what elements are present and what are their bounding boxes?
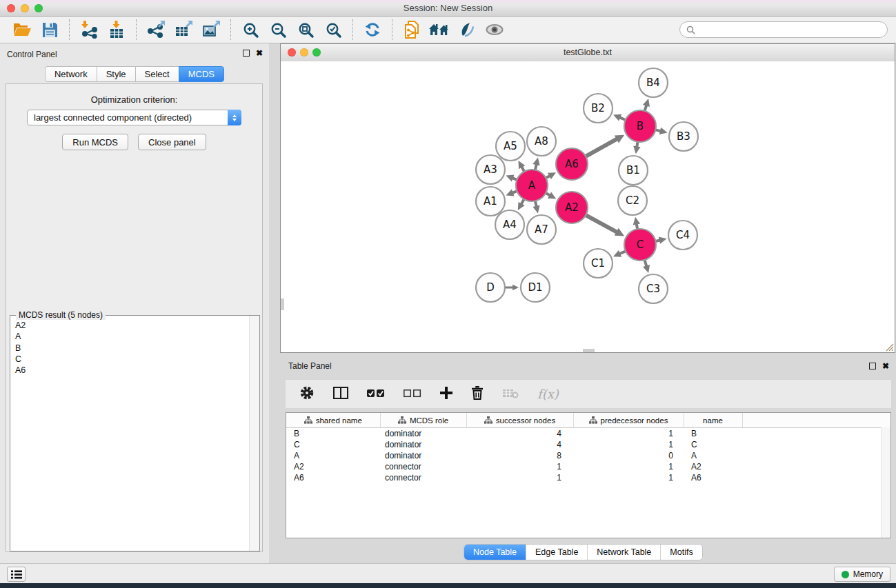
table-cell[interactable]: 1 xyxy=(573,461,684,472)
close-panel-icon[interactable]: ✖ xyxy=(256,50,263,57)
table-settings-button[interactable] xyxy=(299,385,315,403)
tab-motifs[interactable]: Motifs xyxy=(660,545,701,560)
search-input[interactable] xyxy=(699,24,881,35)
save-session-button[interactable] xyxy=(37,19,62,41)
tab-mcds[interactable]: MCDS xyxy=(179,66,224,82)
close-panel-button[interactable]: Close panel xyxy=(138,134,206,150)
delete-table-button[interactable] xyxy=(502,387,519,401)
network-canvas[interactable]: AA6A2BCA1A3A4A5A7A8B1B2B3B4C1C2C3C4DD1 xyxy=(281,61,895,352)
table-cell[interactable]: A xyxy=(684,450,742,461)
export-image-button[interactable] xyxy=(199,19,223,41)
close-table-panel-icon[interactable]: ✖ xyxy=(882,363,889,369)
select-all-button[interactable] xyxy=(367,388,385,401)
float-table-panel-icon[interactable] xyxy=(869,363,876,369)
column-header-shared-name[interactable]: shared name xyxy=(286,413,380,428)
table-cell[interactable]: 1 xyxy=(573,472,684,483)
graph-edge-B-B3[interactable] xyxy=(655,130,661,131)
mcds-result-item[interactable]: A xyxy=(15,331,259,342)
show-hide-button[interactable] xyxy=(482,19,507,41)
tab-style[interactable]: Style xyxy=(97,66,136,82)
graph-edge-A2-C[interactable] xyxy=(586,215,617,232)
table-cell[interactable]: connector xyxy=(380,472,466,483)
table-cell[interactable]: A xyxy=(286,450,380,461)
memory-button[interactable]: Memory xyxy=(834,567,890,582)
table-cell[interactable]: dominator xyxy=(380,439,466,450)
zoom-in-button[interactable] xyxy=(238,19,263,41)
float-panel-icon[interactable] xyxy=(243,50,250,57)
tab-node-table[interactable]: Node Table xyxy=(464,545,526,560)
graph-edge-C-C1[interactable] xyxy=(619,251,626,254)
graph-edge-A-A7[interactable] xyxy=(535,201,537,206)
zoom-selected-button[interactable] xyxy=(321,19,346,41)
graph-edge-B-B1[interactable] xyxy=(637,142,637,148)
graph-edge-A-A8[interactable] xyxy=(535,164,537,170)
graph-edge-C-C3[interactable] xyxy=(645,260,647,266)
table-row[interactable]: A2connector11A2 xyxy=(286,461,890,472)
graph-edge-A-A5[interactable] xyxy=(521,167,524,172)
table-cell[interactable]: 4 xyxy=(466,439,573,450)
column-header-successor-nodes[interactable]: successor nodes xyxy=(466,413,573,428)
open-session-button[interactable] xyxy=(10,19,34,41)
table-cell[interactable]: A6 xyxy=(286,472,380,483)
table-cell[interactable]: 8 xyxy=(466,450,573,461)
resize-grip-icon[interactable] xyxy=(884,342,894,352)
tab-network[interactable]: Network xyxy=(45,66,97,82)
mcds-result-item[interactable]: A6 xyxy=(15,365,259,376)
home-button[interactable] xyxy=(427,19,452,41)
export-network-button[interactable] xyxy=(143,19,168,41)
graph-edge-A6-B[interactable] xyxy=(586,139,617,156)
column-header-name[interactable]: name xyxy=(684,413,742,428)
search-field[interactable] xyxy=(679,21,888,38)
deselect-all-button[interactable] xyxy=(404,388,421,401)
graph-edge-A-A4[interactable] xyxy=(521,199,524,204)
vertical-scroll-nub[interactable] xyxy=(281,298,284,310)
table-cell[interactable]: 1 xyxy=(573,439,684,450)
tab-select[interactable]: Select xyxy=(135,66,179,82)
table-row[interactable]: Cdominator41C xyxy=(286,439,890,450)
mcds-result-item[interactable]: A2 xyxy=(15,320,259,331)
criterion-dropdown[interactable]: largest connected component (directed) xyxy=(27,110,241,125)
table-cell[interactable]: C xyxy=(286,439,380,450)
table-cell[interactable]: 0 xyxy=(573,450,684,461)
table-cell[interactable]: dominator xyxy=(380,450,466,461)
mcds-result-item[interactable]: B xyxy=(15,343,259,354)
table-cell[interactable]: 1 xyxy=(573,428,684,440)
network-graph[interactable]: AA6A2BCA1A3A4A5A7A8B1B2B3B4C1C2C3C4DD1 xyxy=(281,61,895,352)
visual-styles-button[interactable] xyxy=(455,19,479,41)
add-column-button[interactable] xyxy=(440,387,452,402)
tab-network-table[interactable]: Network Table xyxy=(587,545,660,560)
tab-edge-table[interactable]: Edge Table xyxy=(526,545,587,560)
zoom-fit-button[interactable] xyxy=(293,19,318,41)
column-header-predecessor-nodes[interactable]: predecessor nodes xyxy=(573,413,684,428)
refresh-button[interactable] xyxy=(360,19,385,41)
mcds-result-item[interactable]: C xyxy=(15,354,259,365)
result-scrollbar[interactable] xyxy=(249,316,259,551)
column-header-MCDS-role[interactable]: MCDS role xyxy=(380,413,466,428)
table-cell[interactable]: A2 xyxy=(684,461,742,472)
table-cell[interactable]: 1 xyxy=(466,461,573,472)
table-row[interactable]: Adominator80A xyxy=(286,450,890,461)
table-cell[interactable]: 4 xyxy=(466,428,573,440)
table-cell[interactable]: A2 xyxy=(286,461,380,472)
delete-column-button[interactable] xyxy=(471,386,484,403)
zoom-out-button[interactable] xyxy=(266,19,290,41)
panel-menu-button[interactable] xyxy=(7,567,26,582)
function-builder-button[interactable]: f(x) xyxy=(537,387,559,401)
table-cell[interactable]: B xyxy=(286,428,380,440)
table-cell[interactable]: dominator xyxy=(380,428,466,440)
export-table-button[interactable] xyxy=(171,19,196,41)
table-row[interactable]: Bdominator41B xyxy=(286,428,890,440)
graph-edge-B-B4[interactable] xyxy=(645,105,647,111)
table-scrollbar[interactable] xyxy=(881,427,890,538)
table-cell[interactable]: B xyxy=(684,428,742,440)
table-cell[interactable]: 1 xyxy=(466,472,573,483)
table-row[interactable]: A6connector11A6 xyxy=(286,472,890,483)
split-panel-button[interactable] xyxy=(333,387,348,402)
horizontal-scroll-nub[interactable] xyxy=(583,349,595,352)
table-cell[interactable]: C xyxy=(684,439,742,450)
duplicate-network-button[interactable] xyxy=(399,19,424,41)
graph-edge-B-B2[interactable] xyxy=(619,117,626,120)
import-table-button[interactable] xyxy=(104,19,129,41)
table-cell[interactable]: connector xyxy=(380,461,466,472)
graph-edge-C-C2[interactable] xyxy=(637,224,637,230)
